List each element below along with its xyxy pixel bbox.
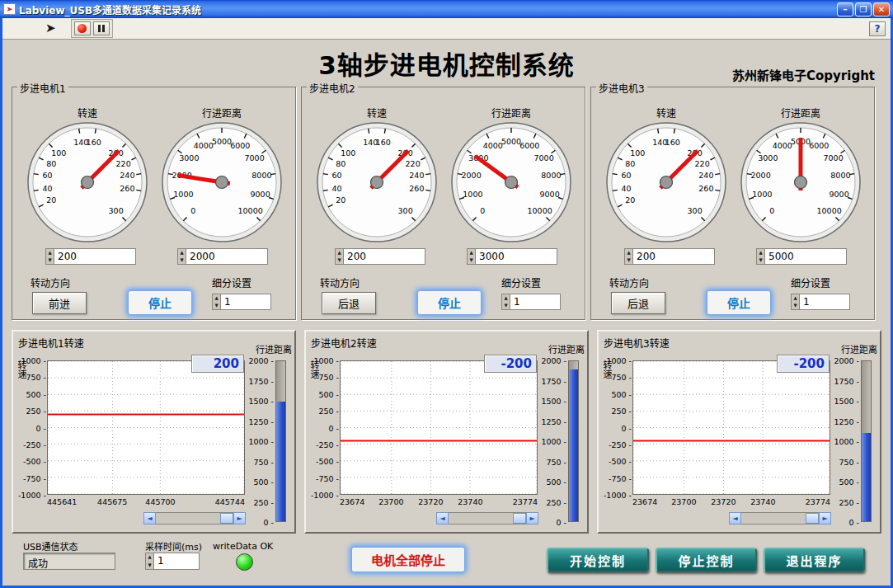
- distance-gauge[interactable]: 0100020003000400050006000700080009000100…: [449, 120, 573, 244]
- copyright-text: 苏州新锋电子Copyright: [732, 66, 875, 83]
- y-tick-label: 750 -: [611, 373, 632, 382]
- scroll-right-button[interactable]: ►: [819, 512, 831, 524]
- bar-tick-label: 1500 -: [541, 397, 566, 406]
- abort-button[interactable]: [74, 21, 91, 35]
- scrollbar-track[interactable]: [156, 512, 233, 524]
- subdivision-numeric[interactable]: ▲▼ 1: [501, 294, 561, 310]
- spinner[interactable]: ▲▼: [177, 248, 186, 265]
- stop-button[interactable]: 停止: [707, 290, 771, 315]
- svg-text:60: 60: [332, 171, 342, 180]
- speed-digital-display: -200: [484, 355, 537, 373]
- speed-numeric[interactable]: ▲▼ 200: [335, 248, 425, 265]
- run-arrow-icon[interactable]: ➤: [45, 22, 56, 35]
- subdivision-value-field[interactable]: 1: [510, 294, 561, 310]
- minimize-button[interactable]: –: [837, 2, 853, 16]
- speed-numeric[interactable]: ▲▼ 200: [624, 248, 715, 265]
- distance-gauge[interactable]: 0100020003000400050006000700080009000100…: [739, 120, 862, 244]
- bar-tick-label: 1750 -: [248, 376, 274, 385]
- spinner[interactable]: ▲▼: [624, 248, 633, 265]
- maximize-button[interactable]: ❐: [855, 2, 872, 16]
- bar-tick-label: 1250 -: [248, 416, 274, 426]
- stop-button[interactable]: 停止: [128, 290, 192, 315]
- svg-text:220: 220: [695, 159, 710, 168]
- spinner[interactable]: ▲▼: [467, 248, 476, 265]
- scroll-left-button[interactable]: ◄: [143, 512, 156, 524]
- distance-numeric[interactable]: ▲▼ 2000: [177, 248, 268, 265]
- x-tick-label: 23740: [458, 497, 482, 506]
- distance-numeric[interactable]: ▲▼ 3000: [467, 248, 557, 265]
- distance-gauge[interactable]: 0100020003000400050006000700080009000100…: [160, 120, 284, 244]
- scroll-right-button[interactable]: ►: [526, 512, 538, 524]
- svg-text:300: 300: [398, 206, 413, 215]
- speed-value-field[interactable]: 200: [633, 248, 715, 265]
- help-button[interactable]: ?: [869, 21, 886, 36]
- pause-icon: [98, 25, 105, 32]
- bar-tick-label: 750 -: [546, 457, 566, 466]
- x-scrollbar[interactable]: ◄ ►: [143, 512, 246, 524]
- speed-gauge[interactable]: 20406080100140160200220240260300: [315, 120, 439, 244]
- scrollbar-track[interactable]: [449, 512, 526, 524]
- scrollbar-thumb[interactable]: [513, 513, 526, 524]
- subdivision-value-field[interactable]: 1: [800, 294, 850, 310]
- scroll-left-button[interactable]: ◄: [729, 512, 741, 524]
- y-tick-label: -750 -: [23, 473, 46, 482]
- close-button[interactable]: ✕: [873, 2, 890, 16]
- spinner[interactable]: ▲▼: [791, 294, 800, 310]
- stop-all-motors-button[interactable]: 电机全部停止: [351, 547, 465, 572]
- stop-button[interactable]: 停止: [417, 290, 482, 315]
- svg-text:9000: 9000: [830, 190, 849, 199]
- speed-value-field[interactable]: 200: [54, 248, 136, 265]
- x-axis-labels: 2367423700237202374023774: [340, 497, 538, 507]
- distance-value-field[interactable]: 2000: [186, 248, 268, 265]
- subdivision-numeric[interactable]: ▲▼ 1: [212, 294, 271, 310]
- spinner[interactable]: ▲▼: [212, 294, 221, 310]
- speed-gauge[interactable]: 20406080100140160200220240260300: [26, 120, 149, 244]
- direction-button[interactable]: 后退: [611, 292, 665, 314]
- y-tick-label: -750 -: [609, 473, 632, 482]
- start-control-button[interactable]: 开始控制: [547, 548, 649, 572]
- spinner[interactable]: ▲▼: [335, 248, 344, 265]
- write-data-label: writeData OK: [213, 541, 273, 552]
- y-tick-label: 750 -: [318, 373, 339, 382]
- svg-text:40: 40: [43, 184, 53, 193]
- sample-time-numeric[interactable]: ▲▼ 1: [145, 553, 200, 570]
- sample-time-field[interactable]: 1: [154, 553, 200, 570]
- x-scrollbar[interactable]: ◄ ►: [436, 512, 538, 524]
- distance-numeric[interactable]: ▲▼ 5000: [756, 248, 847, 265]
- y-tick-label: 0 -: [622, 423, 632, 432]
- spinner[interactable]: ▲▼: [756, 248, 765, 265]
- svg-text:40: 40: [622, 184, 632, 193]
- scrollbar-thumb[interactable]: [220, 513, 233, 524]
- stop-control-button[interactable]: 停止控制: [656, 548, 757, 572]
- scrollbar-thumb[interactable]: [806, 513, 819, 524]
- subdivision-numeric[interactable]: ▲▼ 1: [791, 294, 850, 310]
- direction-label: 转动方向: [320, 275, 360, 289]
- titlebar[interactable]: ➤ Labview_USB多通道数据采集记录系统 – ❐ ✕: [0, 0, 893, 18]
- direction-button[interactable]: 前进: [32, 292, 87, 314]
- x-scrollbar[interactable]: ◄ ►: [729, 512, 831, 524]
- scroll-left-button[interactable]: ◄: [436, 512, 449, 524]
- scrollbar-track[interactable]: [741, 512, 819, 524]
- chart-title: 步进电机1转速: [18, 336, 84, 350]
- distance-value-field[interactable]: 5000: [765, 248, 847, 265]
- bar-tick-label: 500 -: [546, 477, 566, 487]
- scroll-right-button[interactable]: ►: [233, 512, 246, 524]
- direction-label: 转动方向: [31, 275, 70, 289]
- spinner[interactable]: ▲▼: [45, 248, 54, 265]
- speed-numeric[interactable]: ▲▼ 200: [45, 248, 136, 265]
- svg-text:160: 160: [376, 138, 391, 147]
- speed-gauge[interactable]: 20406080100140160200220240260300: [604, 120, 728, 244]
- svg-text:7000: 7000: [534, 153, 554, 162]
- spinner[interactable]: ▲▼: [145, 553, 154, 570]
- direction-button[interactable]: 后退: [322, 292, 376, 314]
- bar-tick-label: 0 -: [557, 518, 567, 527]
- bar-tick-label: 500 -: [839, 477, 859, 487]
- speed-value-field[interactable]: 200: [344, 248, 425, 265]
- pause-button[interactable]: [93, 21, 110, 35]
- spinner[interactable]: ▲▼: [501, 294, 510, 310]
- distance-value-field[interactable]: 3000: [476, 248, 557, 265]
- speed-digital-display: 200: [191, 355, 244, 373]
- svg-text:5000: 5000: [501, 137, 521, 146]
- subdivision-value-field[interactable]: 1: [221, 294, 271, 310]
- exit-program-button[interactable]: 退出程序: [764, 548, 865, 572]
